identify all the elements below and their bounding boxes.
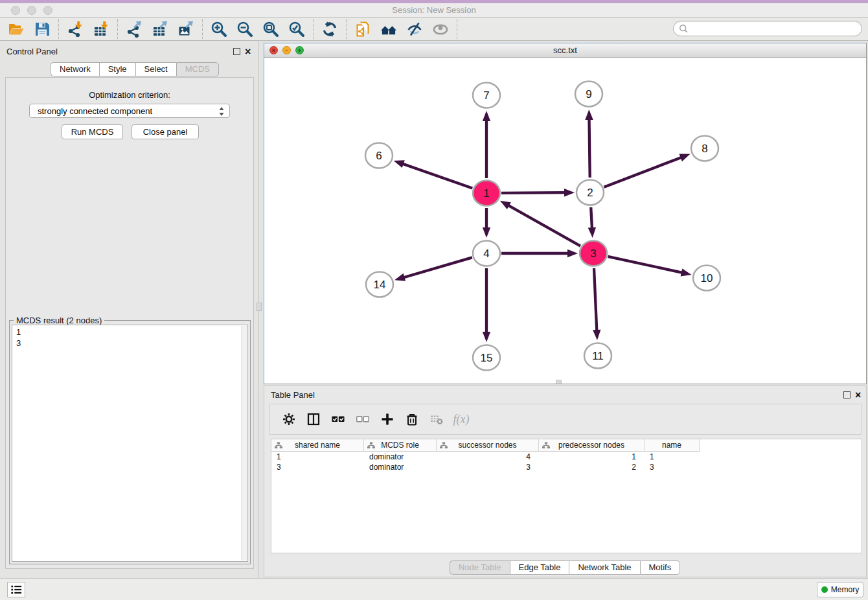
run-mcds-button[interactable]: Run MCDS: [62, 124, 123, 139]
zoom-selected-icon[interactable]: [284, 19, 310, 39]
import-network-icon[interactable]: [62, 19, 88, 39]
table-cell: 3: [645, 462, 700, 472]
graph-edge-1-6[interactable]: [401, 163, 472, 189]
edge-arrowhead: [679, 154, 690, 162]
tab-network[interactable]: Network: [51, 62, 99, 76]
show-eye-icon[interactable]: [428, 19, 453, 39]
tab-mcds[interactable]: MCDS: [176, 62, 219, 76]
table-row[interactable]: 1dominator411: [271, 452, 862, 462]
graph-node-9[interactable]: 9: [575, 82, 602, 107]
network-window-grip[interactable]: [556, 380, 562, 384]
table-panel: Table Panel × f(x) shared nameMCDS roles…: [264, 386, 867, 577]
memory-label: Memory: [831, 585, 859, 594]
toolbar-group: [0, 19, 59, 39]
graph-node-7[interactable]: 7: [473, 83, 500, 108]
panel-divider-grip[interactable]: [257, 303, 262, 311]
graph-node-4[interactable]: 4: [473, 241, 500, 266]
hide-panel-icon[interactable]: [402, 19, 428, 39]
edge-arrowhead: [681, 268, 692, 276]
graph-node-6[interactable]: 6: [365, 143, 393, 168]
graph-edge-2-9[interactable]: [589, 117, 589, 178]
graph-node-8[interactable]: 8: [691, 136, 718, 161]
network-window[interactable]: × − + scc.txt 7968124314101511: [264, 43, 867, 384]
export-image-icon[interactable]: [173, 19, 199, 39]
graph-node-1[interactable]: 1: [473, 181, 500, 206]
mcds-result-box[interactable]: 13: [12, 325, 248, 562]
graph-node-10[interactable]: 10: [693, 266, 720, 291]
open-file-icon[interactable]: [3, 19, 29, 39]
graph-edge-2-3[interactable]: [591, 207, 592, 230]
table-row[interactable]: 3dominator323: [271, 462, 862, 472]
column-header-MCDS-role[interactable]: MCDS role: [364, 439, 437, 452]
zoom-out-icon[interactable]: [232, 19, 258, 39]
add-column-icon[interactable]: [375, 408, 400, 430]
toolbar-group: [347, 19, 457, 39]
settings-gear-icon[interactable]: [277, 408, 301, 430]
zoom-in-icon[interactable]: [206, 19, 232, 39]
toolbar-group: [314, 19, 347, 39]
graph-node-11[interactable]: 11: [584, 343, 611, 369]
close-panel-icon[interactable]: ×: [245, 48, 251, 55]
graph-edge-4-14[interactable]: [402, 257, 472, 278]
network-window-titlebar[interactable]: × − + scc.txt: [264, 43, 866, 58]
column-layout-icon[interactable]: [301, 408, 326, 430]
application-window: Session: New Session Control Panel × Net…: [0, 0, 868, 600]
graph-node-2[interactable]: 2: [577, 180, 604, 205]
graph-edge-1-2[interactable]: [501, 192, 567, 193]
table-panel-title: Table Panel: [271, 390, 315, 400]
select-all-columns-icon[interactable]: [326, 408, 350, 430]
search-box[interactable]: [673, 21, 862, 36]
graph-edge-3-1[interactable]: [507, 205, 580, 246]
network-graph[interactable]: 7968124314101511: [264, 58, 866, 384]
table-cell: 1: [645, 452, 700, 462]
close-panel-button[interactable]: Close panel: [131, 124, 199, 139]
toolbar-group: [203, 19, 314, 39]
column-header-successor-nodes[interactable]: successor nodes: [437, 439, 539, 452]
graph-node-3[interactable]: 3: [580, 241, 607, 266]
table-cell: dominator: [364, 462, 437, 472]
home-icon[interactable]: [376, 19, 402, 39]
node-table[interactable]: shared nameMCDS rolesuccessor nodesprede…: [271, 439, 862, 553]
edge-arrowhead: [483, 227, 490, 238]
svg-text:14: 14: [374, 279, 386, 291]
tab-node-table[interactable]: Node Table: [450, 560, 510, 575]
float-table-panel-icon[interactable]: [843, 391, 851, 398]
criterion-select-value: strongly connected component: [38, 106, 152, 116]
task-history-button[interactable]: [7, 582, 25, 597]
window-titlebar[interactable]: Session: New Session: [0, 3, 868, 17]
memory-button[interactable]: Memory: [817, 582, 863, 597]
svg-text:11: 11: [592, 350, 604, 362]
graph-edge-3-11[interactable]: [594, 268, 597, 332]
column-hierarchy-icon: [440, 442, 448, 451]
export-table-icon[interactable]: [147, 19, 173, 39]
criterion-select[interactable]: strongly connected component: [29, 104, 230, 118]
tab-select[interactable]: Select: [135, 62, 176, 76]
graph-edge-2-8[interactable]: [604, 157, 683, 187]
tab-motifs[interactable]: Motifs: [640, 560, 681, 575]
column-header-shared-name[interactable]: shared name: [271, 439, 364, 452]
delete-column-icon[interactable]: [400, 408, 424, 430]
graph-node-15[interactable]: 15: [473, 345, 500, 371]
close-table-panel-icon[interactable]: ×: [855, 391, 861, 398]
clone-network-icon[interactable]: [350, 19, 376, 39]
graph-edge-3-10[interactable]: [608, 257, 683, 273]
tab-network-table[interactable]: Network Table: [569, 560, 639, 575]
column-header-predecessor-nodes[interactable]: predecessor nodes: [539, 439, 645, 452]
refresh-layout-icon[interactable]: [317, 19, 343, 39]
result-scrollbar[interactable]: [241, 326, 247, 560]
graph-node-14[interactable]: 14: [366, 272, 393, 297]
column-header-name[interactable]: name: [645, 439, 700, 452]
float-panel-icon[interactable]: [233, 48, 240, 55]
table-cell: 4: [437, 452, 539, 462]
mcds-result-lines: 13: [12, 325, 247, 350]
network-canvas[interactable]: 7968124314101511: [264, 58, 866, 384]
deselect-all-columns-icon[interactable]: [350, 408, 375, 430]
save-session-icon[interactable]: [29, 19, 55, 39]
import-table-icon[interactable]: [88, 19, 114, 39]
zoom-fit-icon[interactable]: [258, 19, 284, 39]
export-network-icon[interactable]: [121, 19, 147, 39]
tab-style[interactable]: Style: [99, 62, 135, 76]
tab-edge-table[interactable]: Edge Table: [510, 560, 569, 575]
search-input[interactable]: [691, 24, 856, 34]
function-builder-icon: f(x): [449, 408, 474, 430]
